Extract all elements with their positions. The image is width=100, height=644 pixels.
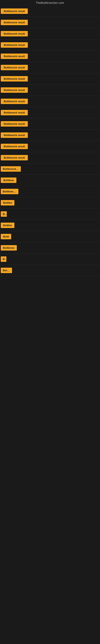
button-row: Bottleneck result xyxy=(0,152,100,164)
bottleneck-result-button[interactable]: Bottleneck result xyxy=(1,132,28,138)
bottleneck-result-button[interactable]: Bottleneck result xyxy=(1,20,28,25)
button-row: Bottlen xyxy=(0,197,100,208)
button-row: Bottleneck result xyxy=(0,118,100,130)
bottleneck-result-button[interactable]: Bottleneck result xyxy=(1,42,28,48)
bottleneck-result-button[interactable]: Bottleneck result xyxy=(1,121,28,126)
button-row: Bottleneck result xyxy=(0,84,100,96)
bottleneck-result-button[interactable]: Bottleneck result xyxy=(1,155,28,160)
bottleneck-result-button[interactable]: Bottleneck result xyxy=(1,98,28,104)
bottleneck-result-button[interactable]: Bottleneck result xyxy=(1,110,28,115)
button-row: Bottleneck result xyxy=(0,96,100,107)
button-row: Bottleneck result xyxy=(0,130,100,141)
button-row: Bottl xyxy=(0,231,100,242)
button-row: Bottleneck result xyxy=(0,62,100,73)
bottleneck-result-button[interactable]: Bo xyxy=(1,211,7,217)
button-row: Bottleneck result xyxy=(0,141,100,152)
button-row: Bottleneck re xyxy=(0,164,100,175)
bottleneck-result-button[interactable]: Bottlen xyxy=(1,200,14,206)
bottleneck-result-button[interactable]: Bottlen xyxy=(1,222,14,228)
button-row: Bottleneck result xyxy=(0,40,100,51)
button-row: Bottleneck result xyxy=(0,28,100,40)
bottleneck-result-button[interactable]: Bottleneck result xyxy=(1,31,28,36)
bottleneck-result-button[interactable]: Bottl xyxy=(1,234,11,239)
button-row: Bo xyxy=(0,254,100,265)
button-row: Bottleneck result xyxy=(0,73,100,84)
button-row: Bo xyxy=(0,208,100,220)
button-row: Bottlenec xyxy=(0,242,100,254)
bottleneck-result-button[interactable]: Bottlene xyxy=(1,178,16,183)
bottleneck-result-button[interactable]: Bottlenec xyxy=(1,245,17,250)
bottleneck-result-button[interactable]: Bottleneck result xyxy=(1,54,28,59)
bottleneck-result-button[interactable]: Bottleneck result xyxy=(1,8,28,14)
bottleneck-result-button[interactable]: Bottleneck re xyxy=(1,166,21,172)
site-title: TheBottlenecker.com xyxy=(0,0,100,6)
button-row: Bottlen xyxy=(0,220,100,231)
button-row: Bottleneck result xyxy=(0,17,100,28)
button-row: Bottleneck result xyxy=(0,6,100,17)
bottleneck-result-button[interactable]: Bottle xyxy=(1,268,12,273)
bottleneck-result-button[interactable]: Bo xyxy=(1,256,6,262)
button-row: Bottleneck r xyxy=(0,186,100,197)
bottleneck-result-button[interactable]: Bottleneck result xyxy=(1,144,28,149)
button-row: Bottlene xyxy=(0,175,100,186)
bottleneck-result-button[interactable]: Bottleneck result xyxy=(1,76,28,82)
button-row: Bottleneck result xyxy=(0,51,100,62)
button-row: Bottleneck result xyxy=(0,107,100,118)
button-row: Bottle xyxy=(0,265,100,276)
bottleneck-result-button[interactable]: Bottleneck r xyxy=(1,189,18,194)
bottleneck-result-button[interactable]: Bottleneck result xyxy=(1,65,28,70)
bottleneck-result-button[interactable]: Bottleneck result xyxy=(1,87,28,93)
